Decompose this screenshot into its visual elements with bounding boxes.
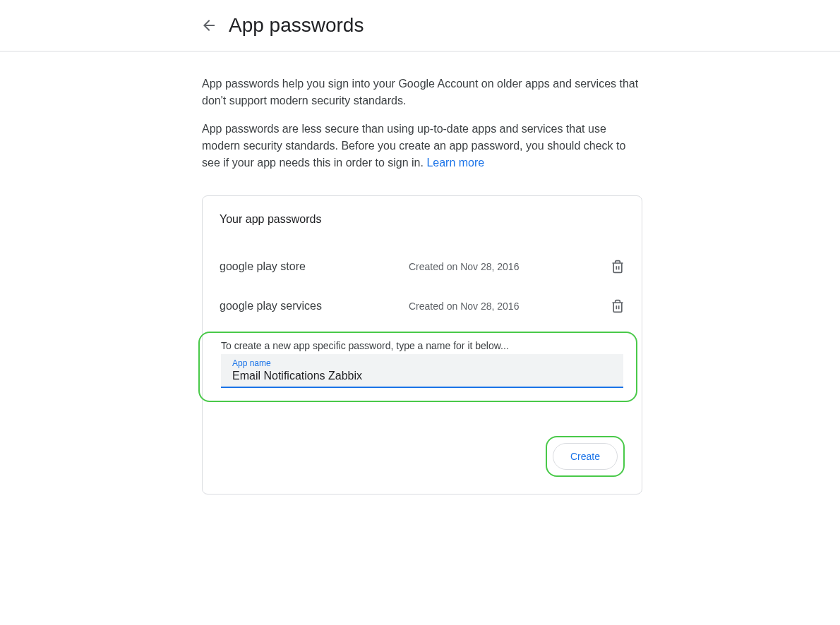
created-date-label: Created on Nov 28, 2016 <box>409 301 611 312</box>
app-name-label: google play store <box>220 260 409 273</box>
description-para-2: App passwords are less secure than using… <box>202 121 642 171</box>
password-row: google play services Created on Nov 28, … <box>220 286 625 326</box>
app-passwords-card: Your app passwords google play store Cre… <box>202 195 642 494</box>
input-wrapper: App name <box>221 354 623 388</box>
app-name-label: google play services <box>220 300 409 312</box>
highlight-input-section: To create a new app specific password, t… <box>198 332 637 402</box>
created-date-label: Created on Nov 28, 2016 <box>409 261 611 272</box>
learn-more-link[interactable]: Learn more <box>426 157 484 169</box>
delete-icon[interactable] <box>611 299 625 313</box>
button-row: Create <box>220 436 625 477</box>
create-prompt: To create a new app specific password, t… <box>221 340 628 351</box>
page-header: App passwords <box>0 0 840 51</box>
page-title: App passwords <box>229 14 364 37</box>
highlight-create-button: Create <box>546 436 625 477</box>
app-name-input[interactable] <box>232 370 612 382</box>
description-text-2: App passwords are less secure than using… <box>202 123 625 169</box>
create-button[interactable]: Create <box>553 443 618 470</box>
back-icon[interactable] <box>200 17 217 34</box>
description-para-1: App passwords help you sign into your Go… <box>202 75 642 109</box>
card-title: Your app passwords <box>220 213 625 226</box>
input-label: App name <box>232 358 612 368</box>
content-area: App passwords help you sign into your Go… <box>202 51 642 494</box>
password-row: google play store Created on Nov 28, 201… <box>220 247 625 286</box>
delete-icon[interactable] <box>611 260 625 274</box>
